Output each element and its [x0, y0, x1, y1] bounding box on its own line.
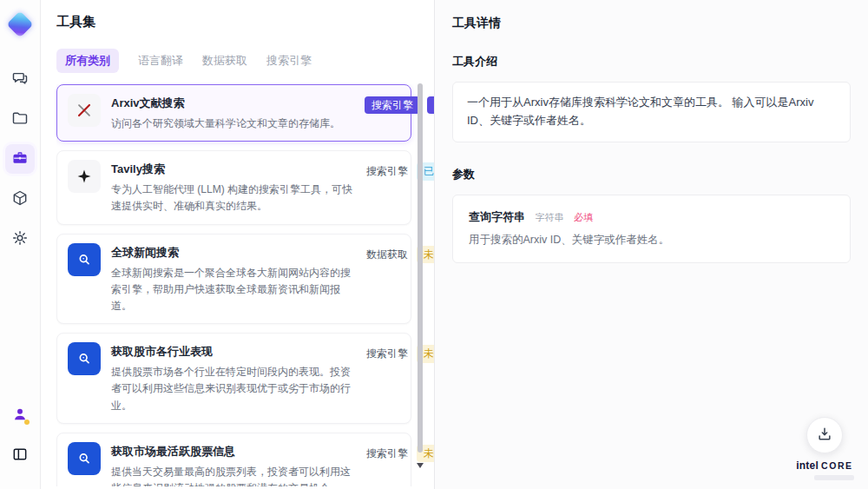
tool-card-list: Arxiv文献搜索 访问各个研究领域大量科学论文和文章的存储库。 搜索引擎 已授… — [56, 84, 434, 486]
sidebar-item-files[interactable] — [5, 104, 35, 134]
param-type: 字符串 — [535, 212, 563, 222]
category-label: 数据获取 — [365, 246, 410, 263]
param-name: 查询字符串 — [469, 210, 525, 223]
scrollbar-thumb[interactable] — [418, 83, 423, 453]
sidebar-item-chat[interactable] — [5, 64, 35, 94]
briefcase-icon — [11, 149, 29, 169]
intel-core-subbrand — [814, 475, 854, 480]
collapse-sidebar-button[interactable] — [5, 440, 35, 470]
tool-description: 专为人工智能代理 (LLM) 构建的搜索引擎工具，可快速提供实时、准确和真实的结… — [111, 182, 354, 215]
params-heading: 参数 — [452, 167, 851, 182]
app-logo-diamond — [6, 10, 33, 37]
tool-name: Arxiv文献搜索 — [111, 96, 354, 111]
param-required-badge: 必填 — [574, 212, 593, 222]
gear-icon — [11, 229, 29, 249]
list-scrollbar — [418, 80, 423, 482]
category-tabs: 所有类别 语言翻译 数据获取 搜索引擎 — [56, 49, 434, 73]
tools-list-panel: 工具集 所有类别 语言翻译 数据获取 搜索引擎 Arxiv文献搜索 访问各个研究… — [41, 0, 434, 489]
param-description: 用于搜索的Arxiv ID、关键字或作者姓名。 — [469, 233, 834, 248]
tool-name: 获取股市各行业表现 — [111, 344, 354, 360]
bottom-right-corner: intelCORE — [795, 417, 854, 482]
category-label: 搜索引擎 — [365, 345, 410, 362]
app-logo — [6, 10, 34, 38]
app-window: 工具集 所有类别 语言翻译 数据获取 搜索引擎 Arxiv文献搜索 访问各个研究… — [0, 0, 868, 489]
intel-core-logo: intelCORE — [796, 459, 852, 472]
parameter-card: 查询字符串 字符串 必填 用于搜索的Arxiv ID、关键字或作者姓名。 — [452, 195, 851, 263]
tool-name: 全球新闻搜索 — [111, 245, 354, 261]
detail-panel-title: 工具详情 — [452, 16, 851, 31]
tab-search-engine[interactable]: 搜索引擎 — [266, 53, 312, 69]
download-icon — [816, 426, 833, 446]
user-status-dot — [24, 420, 30, 425]
collapse-sidebar-icon — [11, 446, 29, 466]
tool-intro-text: 一个用于从Arxiv存储库搜索科学论文和文章的工具。 输入可以是Arxiv ID… — [452, 82, 851, 142]
sidebar-item-settings[interactable] — [5, 224, 35, 254]
tab-language-translation[interactable]: 语言翻译 — [138, 53, 183, 69]
intel-wordmark: intel — [796, 459, 819, 472]
stock-search-logo-icon — [68, 442, 101, 475]
user-profile-button[interactable] — [5, 400, 35, 430]
intro-heading: 工具介绍 — [452, 54, 851, 69]
tool-detail-panel: 工具详情 工具介绍 一个用于从Arxiv存储库搜索科学论文和文章的工具。 输入可… — [434, 0, 868, 489]
folder-icon — [11, 109, 29, 129]
scroll-down-arrow-icon[interactable] — [417, 463, 424, 468]
tool-description: 提供股票市场各个行业在特定时间段内的表现。投资者可以利用这些信息来识别表现优于或… — [111, 364, 354, 414]
tool-card-stock-sectors[interactable]: 获取股市各行业表现 提供股票市场各个行业在特定时间段内的表现。投资者可以利用这些… — [56, 333, 411, 424]
tab-all-categories[interactable]: 所有类别 — [56, 49, 119, 73]
chat-icon — [11, 69, 29, 89]
tab-data-fetch[interactable]: 数据获取 — [202, 53, 247, 69]
tool-card-active-stocks[interactable]: 获取市场最活跃股票信息 提供当天交易量最高的股票列表，投资者可以利用这些信息来识… — [56, 433, 411, 486]
sidebar-item-models[interactable] — [5, 184, 35, 214]
news-search-logo-icon — [68, 243, 101, 276]
tool-card-global-news[interactable]: 全球新闻搜索 全球新闻搜索是一个聚合全球各大新闻网站内容的搜索引擎，帮助用户快速… — [56, 234, 411, 325]
download-button[interactable] — [806, 417, 843, 453]
cube-icon — [11, 189, 29, 209]
category-badge: 搜索引擎 — [365, 96, 420, 114]
sidebar-rail — [0, 0, 41, 489]
tool-description: 提供当天交易量最高的股票列表，投资者可以利用这些信息来识别流动性强的股票和潜在的… — [111, 464, 354, 486]
sidebar-item-tools[interactable] — [5, 144, 35, 174]
tool-name: Tavily搜索 — [111, 162, 354, 177]
tool-description: 全球新闻搜索是一个聚合全球各大新闻网站内容的搜索引擎，帮助用户快速获取全球最新资… — [111, 265, 354, 315]
category-label: 搜索引擎 — [365, 162, 410, 180]
tool-card-tavily[interactable]: Tavily搜索 专为人工智能代理 (LLM) 构建的搜索引擎工具，可快速提供实… — [56, 150, 411, 224]
page-title: 工具集 — [56, 14, 434, 30]
core-wordmark: CORE — [821, 460, 853, 471]
tool-card-arxiv[interactable]: Arxiv文献搜索 访问各个研究领域大量科学论文和文章的存储库。 搜索引擎 已授… — [56, 84, 411, 142]
auth-status-badge: 已授权 — [427, 96, 434, 114]
tavily-logo-icon — [68, 160, 101, 193]
category-label: 搜索引擎 — [365, 445, 410, 462]
arxiv-logo-icon — [68, 94, 101, 127]
stock-search-logo-icon — [68, 342, 101, 375]
tool-name: 获取市场最活跃股票信息 — [111, 444, 354, 459]
tool-description: 访问各个研究领域大量科学论文和文章的存储库。 — [111, 116, 354, 132]
